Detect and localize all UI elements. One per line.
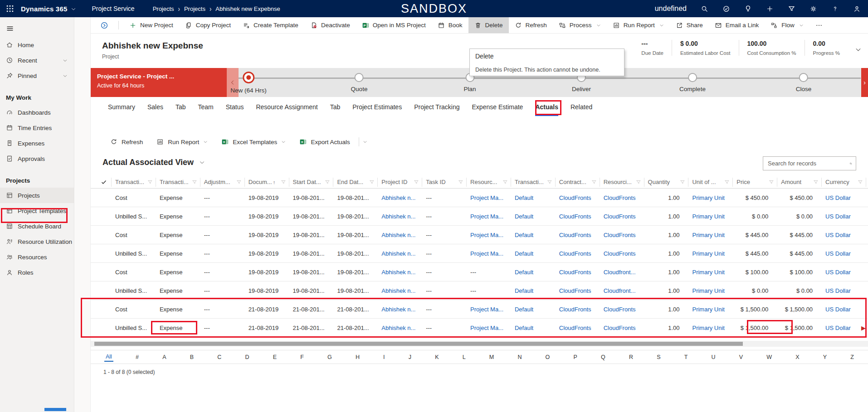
cell-link[interactable]: Default [511, 287, 556, 294]
export-actuals-button[interactable]: XExport Actuals [293, 138, 356, 145]
cell-link[interactable]: CloudFronts [600, 194, 644, 201]
tab-status[interactable]: Status [226, 103, 244, 115]
filter-icon[interactable] [414, 179, 419, 185]
share-button[interactable]: Share [670, 17, 709, 33]
cell-link[interactable]: Default [511, 325, 556, 331]
cell-link[interactable]: Default [511, 232, 556, 238]
cell-link[interactable]: Project Ma... [467, 325, 511, 331]
jump-to-w[interactable]: W [765, 353, 773, 361]
breadcrumb-item[interactable]: Abhishek new Expebnse [215, 5, 280, 12]
account-icon[interactable] [853, 5, 861, 13]
cell-link[interactable]: Primary Unit [688, 306, 733, 313]
filter-icon[interactable] [236, 179, 242, 185]
jump-to-f[interactable]: F [299, 353, 305, 361]
column-header-resourc[interactable]: Resourc... [467, 178, 511, 187]
table-row[interactable]: Unbilled S...Expense---19-08-201919-08-2… [91, 244, 868, 263]
header-expand-chevron-icon[interactable] [855, 46, 862, 53]
breadcrumb-item[interactable]: Projects [153, 5, 174, 12]
column-header-transacti[interactable]: Transacti... [156, 178, 200, 187]
cell-link[interactable]: Abhishek n... [378, 250, 422, 257]
cell-link[interactable]: US Dollar [822, 325, 866, 331]
jump-to-c[interactable]: C [216, 353, 223, 361]
jump-to-g[interactable]: G [326, 353, 333, 361]
filter-icon[interactable] [147, 179, 153, 185]
jump-to-h[interactable]: H [354, 353, 361, 361]
column-header-enddat[interactable]: End Dat... [333, 178, 378, 187]
table-row[interactable]: Unbilled S...Expense---19-08-201919-08-2… [91, 207, 868, 226]
cell-link[interactable]: Project Ma... [467, 306, 511, 313]
sidebar-item-schedule-board[interactable]: Schedule Board [0, 218, 74, 234]
table-row[interactable]: CostExpense---21-08-201921-08-201...21-0… [91, 300, 868, 319]
tab-project-estimates[interactable]: Project Estimates [352, 103, 402, 115]
tab-actuals[interactable]: Actuals [535, 103, 558, 116]
deactivate-button[interactable]: Deactivate [304, 17, 356, 33]
jump-to-a[interactable]: A [161, 353, 167, 361]
search-icon[interactable] [849, 160, 852, 167]
hamburger-menu-icon[interactable] [6, 24, 14, 33]
sidebar-item-pinned[interactable]: Pinned [0, 68, 74, 83]
cell-link[interactable]: CloudFronts [556, 232, 600, 238]
sidebar-scrollbar-thumb[interactable] [44, 408, 66, 411]
bpf-stage-complete[interactable]: Complete [679, 72, 706, 92]
tab-expense-estimate[interactable]: Expense Estimate [472, 103, 523, 115]
cell-link[interactable]: Default [511, 213, 556, 220]
filter-icon[interactable] [636, 179, 641, 185]
grid-scroll-right-arrow[interactable]: ▶ [861, 325, 866, 331]
cell-link[interactable]: Primary Unit [688, 213, 733, 220]
cell-link[interactable]: Abhishek n... [378, 232, 422, 238]
search-input[interactable] [763, 160, 849, 167]
column-header-startdat[interactable]: Start Dat... [289, 178, 334, 187]
cell-link[interactable]: Project Ma... [467, 194, 511, 201]
horizontal-scrollbar-thumb[interactable] [94, 342, 743, 346]
jump-to-u[interactable]: U [710, 353, 717, 361]
sidebar-item-roles[interactable]: Roles [0, 265, 74, 280]
sidebar-item-projects[interactable]: Projects [0, 188, 74, 203]
sidebar-item-resources[interactable]: Resources [0, 249, 74, 265]
jump-to-r[interactable]: R [628, 353, 634, 361]
more-commands-button[interactable] [809, 17, 829, 33]
tab-tab[interactable]: Tab [176, 103, 186, 115]
jump-to-#[interactable]: # [134, 353, 140, 361]
cell-link[interactable]: US Dollar [822, 194, 866, 201]
filter-icon[interactable] [547, 179, 552, 185]
jump-to-q[interactable]: Q [600, 353, 607, 361]
column-header-unitof[interactable]: Unit of ... [688, 178, 733, 187]
cell-link[interactable]: Default [511, 250, 556, 257]
cell-link[interactable]: CloudFronts [556, 287, 600, 294]
column-header-projectid[interactable]: Project ID [378, 178, 422, 187]
cell-link[interactable]: US Dollar [822, 269, 866, 276]
cell-link[interactable]: US Dollar [822, 287, 866, 294]
column-header-docum[interactable]: Docum...↑ [245, 178, 289, 187]
task-check-icon[interactable] [722, 5, 730, 13]
create-template-button[interactable]: Create Template [237, 17, 304, 33]
book-button[interactable]: Book [432, 17, 468, 33]
cell-link[interactable]: US Dollar [822, 213, 866, 220]
cell-link[interactable]: CloudFronts [556, 194, 600, 201]
filter-icon[interactable] [680, 179, 685, 185]
table-row[interactable]: CostExpense---19-08-201919-08-201...19-0… [91, 189, 868, 207]
cell-link[interactable]: Project Ma... [467, 250, 511, 257]
table-row[interactable]: Unbilled S...Expense---19-08-201919-08-2… [91, 281, 868, 300]
area-title[interactable]: Project Service [92, 5, 134, 12]
expand-command-bar-icon[interactable] [100, 21, 108, 29]
cell-link[interactable]: US Dollar [822, 232, 866, 238]
cell-link[interactable]: US Dollar [822, 306, 866, 313]
view-selector[interactable]: Actual Associated View [102, 158, 205, 167]
jump-to-b[interactable]: B [189, 353, 195, 361]
column-header-taskid[interactable]: Task ID [422, 178, 467, 187]
sidebar-item-approvals[interactable]: Approvals [0, 151, 74, 166]
select-all-column-header[interactable] [100, 178, 112, 187]
jump-to-l[interactable]: L [461, 353, 467, 361]
breadcrumb-item[interactable]: Projects [184, 5, 205, 12]
cell-link[interactable]: Cloudfront... [600, 269, 644, 276]
tab-project-tracking[interactable]: Project Tracking [414, 103, 459, 115]
jump-to-p[interactable]: P [572, 353, 579, 361]
filter-icon[interactable] [813, 179, 819, 185]
cell-link[interactable]: CloudFronts [556, 306, 600, 313]
column-header-transacti[interactable]: Transacti... [511, 178, 556, 187]
cell-link[interactable]: CloudFronts [556, 250, 600, 257]
waffle-menu-icon[interactable] [5, 4, 15, 13]
cell-link[interactable]: Abhishek n... [378, 269, 422, 276]
filter-icon[interactable] [858, 179, 863, 185]
cell-link[interactable]: Primary Unit [688, 325, 733, 331]
